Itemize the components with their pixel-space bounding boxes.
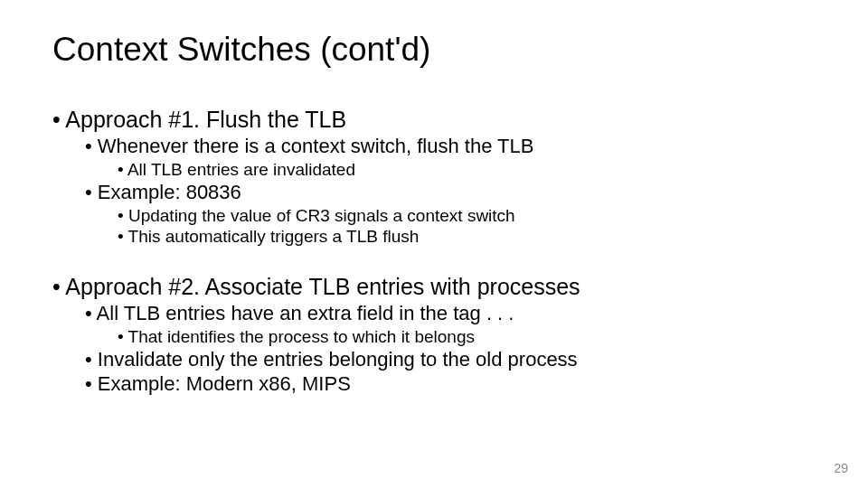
- slide: Context Switches (cont'd) Approach #1. F…: [0, 0, 868, 488]
- text: Example: Modern x86, MIPS: [98, 372, 351, 395]
- bullet-item: Whenever there is a context switch, flus…: [85, 135, 816, 180]
- sublist: All TLB entries have an extra field in t…: [85, 302, 816, 396]
- sublist: All TLB entries are invalidated: [118, 160, 816, 180]
- text: Approach #1. Flush the TLB: [65, 107, 346, 132]
- approach-2-heading: Approach #2. Associate TLB entries with …: [52, 274, 816, 396]
- text: That identifies the process to which it …: [128, 327, 475, 346]
- text: All TLB entries are invalidated: [127, 160, 355, 179]
- text: Example: 80836: [98, 181, 241, 203]
- sublist: That identifies the process to which it …: [118, 327, 816, 347]
- text: Updating the value of CR3 signals a cont…: [128, 206, 515, 225]
- approach-1-heading: Approach #1. Flush the TLB Whenever ther…: [52, 107, 816, 247]
- text: Approach #2. Associate TLB entries with …: [65, 274, 580, 299]
- text: Invalidate only the entries belonging to…: [98, 348, 578, 371]
- bullet-item: This automatically triggers a TLB flush: [118, 227, 816, 247]
- sublist: Whenever there is a context switch, flus…: [85, 135, 816, 247]
- sublist: Updating the value of CR3 signals a cont…: [118, 206, 816, 247]
- bullet-item: Example: Modern x86, MIPS: [85, 372, 816, 396]
- bullet-item: Example: 80836 Updating the value of CR3…: [85, 181, 816, 247]
- bullet-item: That identifies the process to which it …: [118, 327, 816, 347]
- bullet-item: All TLB entries have an extra field in t…: [85, 302, 816, 347]
- page-number: 29: [834, 461, 848, 475]
- bullet-item: All TLB entries are invalidated: [118, 160, 816, 180]
- bullet-item: Invalidate only the entries belonging to…: [85, 348, 816, 371]
- text: All TLB entries have an extra field in t…: [97, 302, 514, 324]
- text: Whenever there is a context switch, flus…: [98, 135, 534, 157]
- bullet-list: Approach #1. Flush the TLB Whenever ther…: [52, 107, 816, 396]
- text: This automatically triggers a TLB flush: [128, 227, 420, 246]
- bullet-item: Updating the value of CR3 signals a cont…: [118, 206, 816, 226]
- slide-title: Context Switches (cont'd): [52, 31, 816, 69]
